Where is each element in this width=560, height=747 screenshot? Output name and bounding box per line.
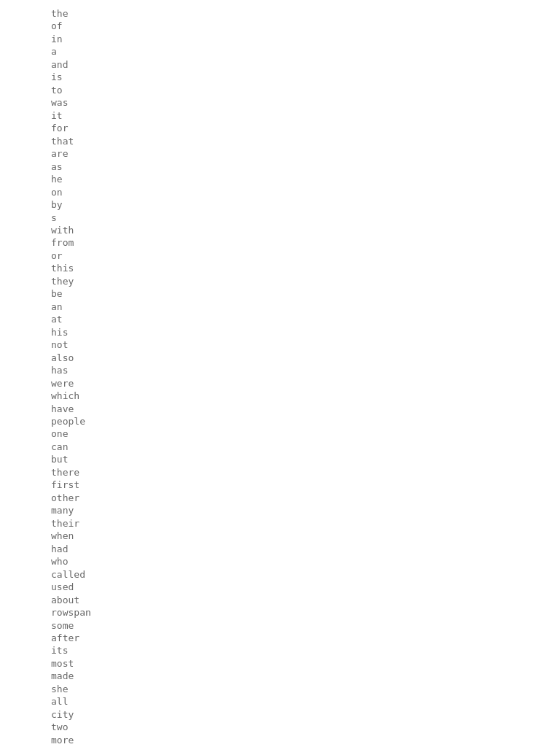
list-item: many	[51, 504, 560, 516]
list-item: its	[51, 644, 560, 657]
list-item: two	[51, 721, 560, 733]
list-item: after	[51, 632, 560, 644]
list-item: at	[51, 313, 560, 325]
list-item: all	[51, 695, 560, 708]
list-item: with	[51, 224, 560, 236]
list-item: used	[51, 581, 560, 593]
list-item: which	[51, 390, 560, 402]
list-item: when	[51, 530, 560, 542]
list-item: most	[51, 657, 560, 670]
list-item: their	[51, 517, 560, 530]
list-item: that	[51, 135, 560, 147]
list-item: and	[51, 58, 560, 71]
list-item: be	[51, 287, 560, 300]
list-item: also	[51, 352, 560, 364]
list-item: had	[51, 543, 560, 555]
list-item: people	[51, 415, 560, 427]
list-item: she	[51, 683, 560, 695]
list-item: the	[51, 7, 560, 20]
list-item: a	[51, 45, 560, 58]
list-item: on	[51, 186, 560, 198]
list-item: about	[51, 594, 560, 606]
list-item: other	[51, 492, 560, 504]
list-item: has	[51, 364, 560, 376]
list-item: for	[51, 122, 560, 134]
list-item: not	[51, 338, 560, 351]
list-item: who	[51, 555, 560, 568]
list-item: can	[51, 441, 560, 453]
list-item: or	[51, 249, 560, 262]
list-item: as	[51, 160, 560, 173]
list-item: were	[51, 377, 560, 390]
list-item: rowspan	[51, 606, 560, 619]
list-item: by	[51, 198, 560, 211]
list-item: an	[51, 301, 560, 313]
list-item: from	[51, 236, 560, 249]
list-item: he	[51, 173, 560, 185]
list-item: s	[51, 212, 560, 224]
list-item: this	[51, 262, 560, 274]
list-item: they	[51, 275, 560, 287]
list-item: in	[51, 33, 560, 45]
list-item: of	[51, 20, 560, 32]
list-item: was	[51, 96, 560, 109]
list-item: but	[51, 453, 560, 465]
list-item: called	[51, 568, 560, 581]
list-item: one	[51, 427, 560, 440]
list-item: there	[51, 466, 560, 479]
list-item: city	[51, 708, 560, 721]
list-item: have	[51, 403, 560, 415]
list-item: first	[51, 479, 560, 491]
list-item: some	[51, 619, 560, 632]
word-list: theofinaandistowasitforthatareasheonbysw…	[51, 7, 560, 747]
list-item: it	[51, 109, 560, 122]
list-item: are	[51, 147, 560, 160]
list-item: more	[51, 734, 560, 746]
list-item: his	[51, 326, 560, 338]
list-item: is	[51, 71, 560, 83]
list-item: made	[51, 670, 560, 682]
list-item: to	[51, 84, 560, 96]
